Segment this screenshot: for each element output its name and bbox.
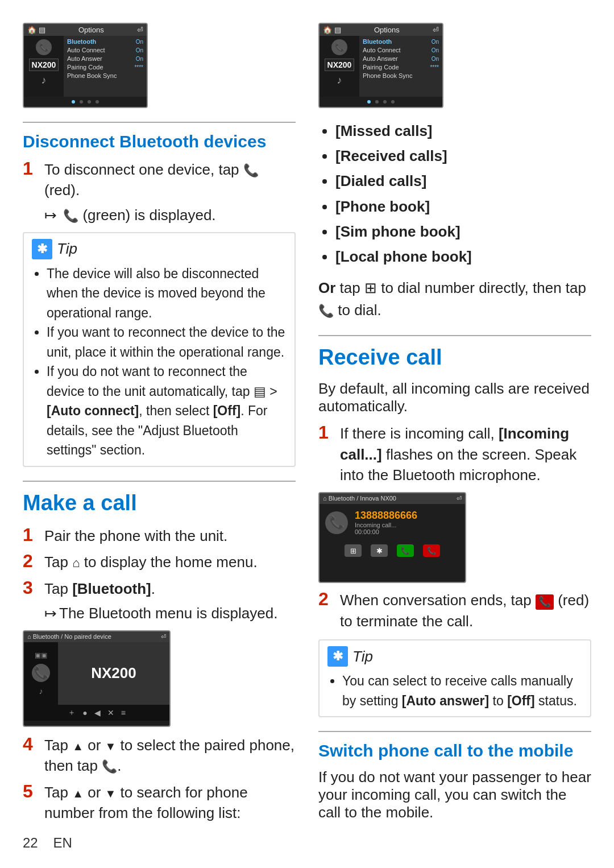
screen-title-options: Options: [78, 26, 104, 34]
step-receive-1: 1 If there is incoming call, [Incoming c…: [318, 423, 591, 485]
menu-bluetooth-r: Bluetooth On: [363, 38, 439, 45]
paired-phone-icon: 📞: [32, 664, 50, 682]
phone-green-icon: 📞: [63, 209, 78, 224]
menu-auto-connect: Auto Connect On: [67, 47, 143, 53]
call-list-received: [Received calls]: [335, 143, 591, 168]
incoming-call-screenshot: ⌂ Bluetooth / Innova NX00 ⏎ 📞 1388888666…: [318, 492, 466, 583]
tip-box-disconnect: ✱ Tip The device will also be disconnect…: [23, 232, 296, 467]
call-list-sim: [Sim phone book]: [335, 219, 591, 244]
receive-call-intro: By default, all incoming calls are recei…: [318, 380, 591, 415]
footer-icon-plus: ＋: [68, 708, 76, 718]
footer-icon-dot: ●: [82, 708, 87, 717]
dot4-r: [391, 100, 395, 104]
dial-phone-icon: 📞: [318, 301, 334, 320]
btn-end: 📞: [423, 544, 440, 557]
step-make-3-content: Tap [Bluetooth].: [44, 578, 155, 599]
tip-header: ✱ Tip: [32, 239, 287, 259]
tip-star-receive: ✱: [327, 646, 348, 667]
divider-make-call: [23, 481, 296, 482]
section-receive-call: Receive call By default, all incoming ca…: [318, 345, 591, 717]
up-arrow-icon: ▲: [72, 740, 84, 753]
step-num-make-2: 2: [23, 552, 39, 570]
incoming-phone-icon: 📞: [325, 511, 348, 534]
section-switch-call-text: If you do not want your passenger to hea…: [318, 768, 591, 821]
screen-music-icon-r: ♪: [337, 75, 342, 86]
step-make-1: 1 Pair the phone with the unit.: [23, 526, 296, 546]
call-number: 13888886666: [355, 510, 417, 522]
menu-auto-answer: Auto Answer On: [67, 55, 143, 62]
divider-switch-call: [318, 731, 591, 732]
section-disconnect-title: Disconnect Bluetooth devices: [23, 132, 296, 151]
btn-mute: ✱: [371, 544, 388, 557]
step-make-5: 5 Tap ▲ or ▼ to search for phone number …: [23, 782, 296, 824]
menu-phone-book-sync-r: Phone Book Sync: [363, 72, 439, 79]
paired-title-bar: ⌂ Bluetooth / No paired device ⏎: [24, 631, 169, 642]
step-receive-1-content: If there is incoming call, [Incoming cal…: [340, 423, 591, 485]
btn-answer: 📞: [397, 544, 414, 557]
home-icon: ⌂: [72, 556, 80, 570]
btn-dialpad: ⊞: [345, 544, 362, 557]
step-make-4-content: Tap ▲ or ▼ to select the paired phone, t…: [44, 735, 296, 776]
section-receive-call-title: Receive call: [318, 345, 591, 370]
dot1-r: [367, 100, 371, 104]
section-switch-call-title: Switch phone call to the mobile: [318, 741, 591, 760]
step-make-2-content: Tap ⌂ to display the home menu.: [44, 552, 258, 572]
tip-list-receive: You can select to receive calls manually…: [327, 671, 582, 710]
menu-pairing-code-r: Pairing Code ****: [363, 64, 439, 71]
page-number: 22: [23, 835, 38, 850]
step-num-receive-1: 1: [318, 423, 334, 441]
step-num-make-1: 1: [23, 526, 39, 544]
footer-icon-close: ✕: [107, 708, 114, 717]
dot3: [88, 100, 91, 104]
call-list: [Missed calls] [Received calls] [Dialed …: [318, 118, 591, 269]
menu-auto-answer-r: Auto Answer On: [363, 55, 439, 62]
step-disconnect-1-indent: 📞 (green) is displayed.: [44, 206, 296, 224]
tip-star-icon: ✱: [32, 239, 52, 259]
right-top-screenshot: 🏠 ▤ Options ⏎ 📞 NX200 ♪ Bluetooth On Aut…: [318, 23, 443, 108]
down-arrow-icon-2: ▼: [105, 787, 117, 800]
dot2-r: [375, 100, 379, 104]
incoming-call-body: 📞 13888886666 Incoming call... 00:00:00: [320, 504, 465, 541]
screen-icons-right: 🏠 ▤: [323, 26, 341, 34]
tip-label-receive: Tip: [352, 648, 373, 666]
dial-grid-icon: ⊞: [364, 279, 377, 296]
step-receive-2: 2 When conversation ends, tap 📞 (red) to…: [318, 590, 591, 631]
menu-pairing-code: Pairing Code ****: [67, 64, 143, 71]
paired-title-left: ⌂ Bluetooth / No paired device: [27, 633, 111, 640]
step-receive-2-content: When conversation ends, tap 📞 (red) to t…: [340, 590, 591, 631]
incoming-title-left: ⌂ Bluetooth / Innova NX00: [323, 495, 396, 502]
tip-header-receive: ✱ Tip: [327, 646, 582, 667]
screen-back-right: ⏎: [433, 26, 439, 34]
dot3-r: [383, 100, 387, 104]
or-tap-line: Or tap ⊞ to dial number directly, then t…: [318, 277, 591, 321]
phone-red-icon: 📞: [243, 162, 259, 180]
step-num-make-4: 4: [23, 735, 39, 753]
footer-icon-menu: ≡: [121, 708, 126, 717]
screen-device-name-r: NX200: [325, 59, 355, 71]
down-arrow-icon: ▼: [105, 740, 117, 753]
call-info: 13888886666 Incoming call... 00:00:00: [355, 510, 417, 535]
phone-end-icon: 📞: [536, 594, 554, 610]
up-arrow-icon-2: ▲: [72, 787, 84, 800]
section-disconnect: Disconnect Bluetooth devices 1 To discon…: [23, 132, 296, 467]
tip-item-2: If you want to reconnect the device to t…: [47, 323, 287, 362]
phone-connect-icon: 📞: [102, 758, 117, 776]
left-column: 🏠 ▤ Options ⏎ 📞 NX200 ♪ Bluetooth On Aut…: [23, 23, 296, 829]
tip-box-receive: ✱ Tip You can select to receive calls ma…: [318, 639, 591, 717]
footer-icon-back: ◀: [94, 708, 101, 717]
screen-device-name: NX200: [29, 59, 59, 71]
section-make-call: Make a call 1 Pair the phone with the un…: [23, 491, 296, 824]
call-list-local: [Local phone book]: [335, 244, 591, 269]
dot1: [72, 100, 75, 104]
tip-item-1: The device will also be disconnected whe…: [47, 264, 287, 323]
screen-back: ⏎: [137, 26, 143, 34]
step-make-1-content: Pair the phone with the unit.: [44, 526, 227, 546]
screen-music-icon: ♪: [42, 75, 47, 86]
divider-receive-call: [318, 335, 591, 336]
step-make-5-content: Tap ▲ or ▼ to search for phone number fr…: [44, 782, 296, 824]
incoming-title-right: ⏎: [457, 495, 462, 502]
paired-right-panel: NX200: [58, 642, 169, 705]
paired-footer: ＋ ● ◀ ✕ ≡: [24, 705, 169, 721]
call-list-missed: [Missed calls]: [335, 118, 591, 143]
screen-phone-icon-r: 📞: [331, 39, 347, 55]
